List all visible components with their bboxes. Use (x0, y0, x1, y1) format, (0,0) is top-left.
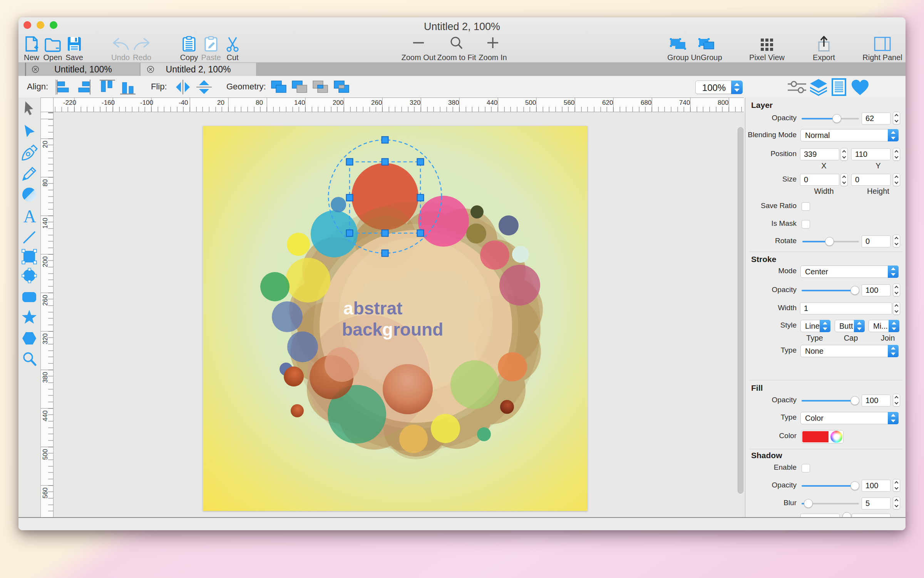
svg-text:background: background (342, 319, 443, 339)
svg-text:abstrat: abstrat (343, 298, 402, 318)
